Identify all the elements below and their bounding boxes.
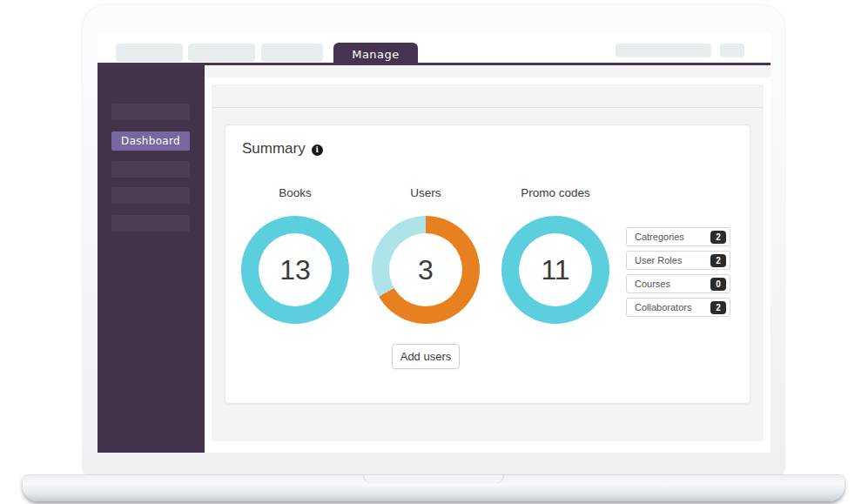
donut-hole: 3 [389, 233, 462, 306]
tabbar-underline [98, 63, 770, 65]
stat-item-collaborators[interactable]: Collaborators 2 [626, 298, 730, 317]
laptop-base-notch [363, 475, 504, 483]
stat-label: Courses [635, 279, 670, 289]
stat-item-user-roles[interactable]: User Roles 2 [626, 251, 730, 270]
chart-label-promo-codes: Promo codes [501, 186, 609, 199]
sidebar-item-dashboard[interactable]: Dashboard [111, 131, 190, 151]
summary-title: Summary [242, 140, 306, 158]
stat-count-badge: 2 [710, 301, 726, 314]
tab-placeholder-1[interactable] [116, 44, 183, 62]
sidebar-item-placeholder-2[interactable] [111, 161, 190, 178]
stat-count-badge: 2 [710, 231, 726, 244]
stat-count-badge: 0 [710, 278, 726, 291]
donut-hole: 11 [519, 233, 592, 306]
page: Manage Dashboard Su [0, 0, 868, 504]
stat-label: User Roles [635, 255, 682, 265]
top-tab-bar: Manage [98, 33, 770, 63]
main-content: Summary i Books Users Promo codes 13 [205, 65, 770, 453]
donut-value-promo-codes: 11 [541, 254, 569, 286]
topbar-placeholder-right-1 [616, 44, 711, 57]
add-users-button[interactable]: Add users [392, 344, 460, 369]
stat-list: Catregories 2 User Roles 2 Courses 0 [626, 227, 730, 321]
laptop-frame: Manage Dashboard Su [83, 5, 784, 474]
stat-label: Collaborators [635, 302, 691, 312]
donut-chart-books: 13 [241, 216, 349, 324]
stat-label: Catregories [635, 232, 684, 242]
donut-value-users: 3 [418, 254, 434, 286]
tab-placeholder-2[interactable] [188, 44, 255, 62]
sidebar-item-placeholder-3[interactable] [111, 187, 190, 204]
chart-label-users: Users [372, 186, 480, 199]
summary-card: Summary i Books Users Promo codes 13 [225, 124, 750, 404]
content-top-strip [205, 65, 770, 77]
stat-item-courses[interactable]: Courses 0 [626, 274, 730, 293]
panel-header [212, 84, 764, 108]
tab-manage[interactable]: Manage [333, 43, 418, 65]
tab-placeholder-3[interactable] [261, 44, 323, 62]
donut-chart-users: 3 [372, 216, 480, 324]
chart-label-books: Books [241, 186, 349, 199]
laptop-screen: Manage Dashboard Su [98, 33, 770, 453]
stat-item-categories[interactable]: Catregories 2 [626, 227, 730, 246]
sidebar-item-placeholder-4[interactable] [111, 215, 190, 232]
laptop-base [23, 474, 844, 501]
content-panel: Summary i Books Users Promo codes 13 [212, 84, 764, 441]
sidebar: Dashboard [98, 65, 205, 453]
donut-hole: 13 [259, 233, 332, 306]
topbar-placeholder-right-2 [720, 44, 744, 57]
donut-chart-promo-codes: 11 [501, 216, 609, 324]
stat-count-badge: 2 [710, 254, 726, 267]
donut-value-books: 13 [279, 254, 311, 286]
info-icon[interactable]: i [312, 144, 323, 156]
sidebar-item-placeholder-1[interactable] [111, 104, 190, 120]
